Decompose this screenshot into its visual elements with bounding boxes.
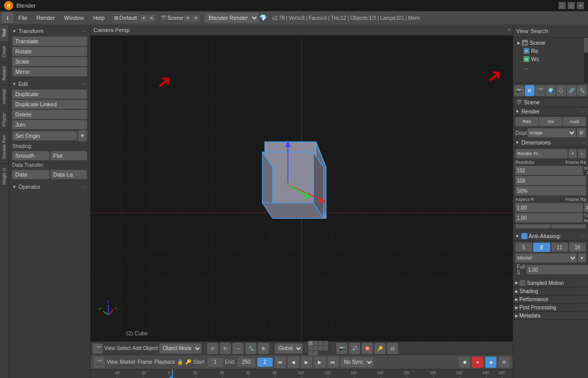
shading-section-header[interactable]: ▶ Shading ··· (513, 287, 588, 296)
record-active-button[interactable]: ● (472, 357, 483, 368)
preset-add-button[interactable]: + (569, 149, 577, 158)
tab-grease-pen[interactable]: Grease Pen (0, 130, 9, 163)
outliner-scrollbar[interactable] (584, 38, 588, 83)
timeline-view-menu[interactable]: View (107, 359, 118, 365)
render-preset-display[interactable]: Render Pr... (515, 149, 568, 158)
metadata-section-header[interactable]: ▶ Metadata (513, 312, 588, 320)
scene-add-button[interactable]: + (184, 15, 191, 21)
tab-tool[interactable]: Tool (0, 24, 9, 42)
play-button[interactable]: ▶ (301, 357, 312, 368)
layer-btn-6[interactable] (313, 346, 318, 351)
percent-input[interactable]: 50% (515, 186, 586, 195)
layer-btn-1[interactable] (308, 341, 313, 345)
render-tab-audi[interactable]: Audi (563, 117, 586, 126)
aa-checkbox[interactable] (521, 233, 527, 239)
post-processing-section-header[interactable]: ▶ Post Processing ··· (513, 304, 588, 312)
layer-btn-2[interactable] (313, 341, 318, 345)
viewport-canvas[interactable]: ➜ ➜ X Y Z (2) Cube (91, 36, 513, 341)
aa-5-button[interactable]: 5 (515, 243, 532, 252)
layer-btn-4[interactable] (324, 341, 328, 345)
view-header-btn[interactable]: View (516, 28, 528, 34)
close-button[interactable]: × (577, 2, 584, 9)
delete-button[interactable]: Delete (12, 110, 87, 119)
render-layers-icon[interactable]: ⊞ (525, 85, 535, 96)
render-icon-button[interactable]: 📷 (336, 343, 347, 354)
viewport-scene-icon[interactable]: 🎬 (93, 343, 103, 354)
menu-help[interactable]: Help (89, 13, 109, 23)
time-remap-slider-1[interactable] (515, 224, 550, 228)
keyframe-set-button[interactable]: ◆ (485, 357, 496, 368)
view-menu[interactable]: View (104, 345, 115, 351)
scene-close-button[interactable]: × (192, 15, 199, 21)
menu-window[interactable]: Window (60, 13, 88, 23)
workspace-close-button[interactable]: × (148, 15, 155, 21)
sync-settings-button[interactable]: ⚙ (498, 357, 510, 368)
aa-11-button[interactable]: 11 (551, 243, 568, 252)
timeline-frame-menu[interactable]: Frame (138, 359, 153, 365)
workspace-add-button[interactable]: + (140, 15, 147, 21)
scale-button[interactable]: Scale (12, 57, 87, 66)
timeline-marker-menu[interactable]: Marker (120, 359, 136, 365)
join-button[interactable]: Join (12, 120, 87, 129)
keyframe-button[interactable]: 🔑 (374, 343, 386, 354)
flat-button[interactable]: Flat (50, 151, 87, 160)
width-input[interactable] (515, 166, 583, 175)
menu-render[interactable]: Render (33, 13, 59, 23)
translate-button[interactable]: Translate (12, 37, 87, 46)
add-menu[interactable]: Add (132, 345, 141, 351)
info-button[interactable]: ℹ (2, 13, 13, 23)
display-settings-button[interactable]: ⚙ (577, 128, 586, 137)
duplicate-button[interactable]: Duplicate (12, 90, 87, 99)
search-header-btn[interactable]: Search (531, 28, 548, 34)
scene-name[interactable]: Scene (167, 15, 183, 21)
tab-physics[interactable]: Physic (0, 108, 9, 131)
aspect-x-input[interactable] (515, 203, 583, 212)
preset-remove-button[interactable]: – (578, 149, 586, 158)
viewport-expand-icon[interactable]: + (507, 26, 511, 34)
render-tab-ren[interactable]: Ren (515, 117, 539, 126)
motion-paths-button[interactable]: 🎯 (362, 343, 373, 354)
render-engine-select[interactable]: Blender Render (204, 13, 258, 23)
duplicate-linked-button[interactable]: Duplicate Linked (12, 100, 87, 109)
scene-props-button[interactable]: 🔊 (349, 343, 360, 354)
outliner-item-re[interactable]: R Re (515, 47, 586, 55)
sampled-motion-checkbox[interactable] (519, 280, 525, 286)
filter-type-select[interactable]: Mitchel (515, 253, 577, 263)
data-button[interactable]: Data (12, 170, 49, 179)
minimize-button[interactable]: – (558, 2, 566, 9)
start-frame-input[interactable] (208, 358, 223, 367)
tab-magic-u[interactable]: Magic U (0, 163, 9, 189)
pivot-button[interactable]: ⊙ (207, 343, 218, 354)
layer-btn-3[interactable] (318, 341, 323, 345)
prev-frame-button[interactable]: ◀ (288, 357, 299, 368)
transform-section-header[interactable]: ▼ Transform ··· (9, 26, 90, 36)
next-frame-button[interactable]: ▶ (314, 357, 326, 368)
layer-btn-10[interactable] (313, 351, 318, 356)
rotate-gizmo-button[interactable]: ↻ (220, 343, 231, 354)
render-props-icon[interactable]: 📷 (514, 85, 524, 96)
time-remap-slider-2[interactable] (551, 224, 586, 228)
jump-to-end-button[interactable]: ⏭ (328, 357, 339, 368)
snap-button[interactable]: 🔧 (245, 343, 256, 354)
select-menu[interactable]: Select (117, 345, 131, 351)
object-props-icon[interactable]: ⬡ (556, 85, 566, 96)
full-s-value-input[interactable] (526, 265, 588, 274)
timeline-playback-menu[interactable]: Playback (155, 359, 175, 365)
sampled-motion-header[interactable]: ▶ Sampled Motion ··· (513, 279, 588, 287)
display-type-select[interactable]: Image (527, 128, 576, 137)
data-la-button[interactable]: Data La (50, 170, 87, 179)
aspect-y-input[interactable] (515, 213, 583, 222)
constraints-icon[interactable]: 🔗 (567, 85, 577, 96)
tab-relations[interactable]: Relatio (0, 62, 9, 84)
magnet-button[interactable]: ⊕ (258, 343, 269, 354)
current-frame-input[interactable] (257, 358, 273, 367)
workspace-name[interactable]: Default (120, 15, 137, 21)
menu-file[interactable]: File (14, 13, 32, 23)
audio-sync-select[interactable]: No Sync (341, 357, 373, 367)
set-origin-button[interactable]: Set Origin (12, 131, 77, 140)
performance-section-header[interactable]: ▶ Performance ··· (513, 296, 588, 304)
object-mode-select[interactable]: Object Mode (159, 343, 201, 354)
layer-btn-9[interactable] (308, 351, 313, 356)
object-menu[interactable]: Object (143, 345, 158, 351)
transform-orientation-select[interactable]: Global (275, 343, 303, 354)
